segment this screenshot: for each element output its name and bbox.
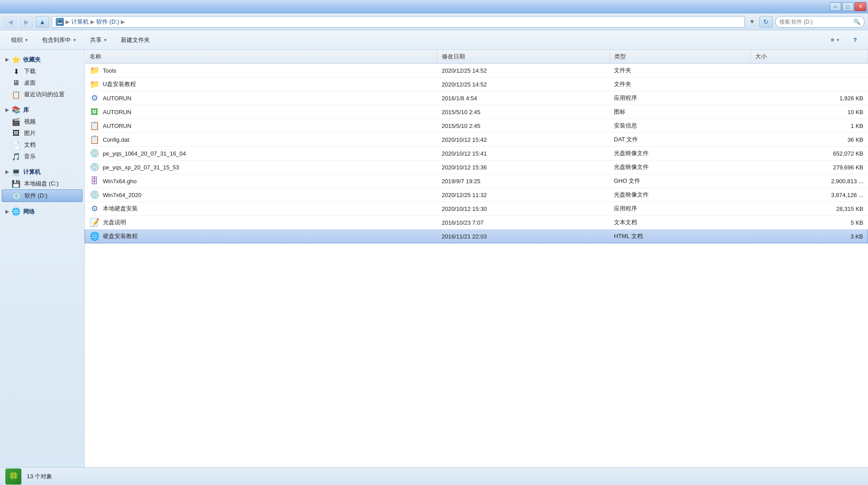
file-icon: 🗄 bbox=[90, 176, 99, 186]
maximize-button[interactable]: □ bbox=[842, 2, 854, 11]
toolbar: 组织 ▼ 包含到库中 ▼ 共享 ▼ 新建文件夹 ≡ ▼ ? bbox=[0, 30, 868, 50]
path-drive[interactable]: 软件 (D:) bbox=[96, 18, 119, 26]
sidebar-section-header-library[interactable]: ▶ 📚 库 bbox=[2, 104, 82, 116]
file-type: HTML 文档 bbox=[609, 230, 750, 243]
table-row[interactable]: 📋 Config.dat 2020/10/12 15:42 DAT 文件 36 … bbox=[85, 133, 868, 147]
computer-expand-icon: ▶ bbox=[5, 169, 9, 174]
file-icon: ⚙ bbox=[90, 93, 99, 103]
file-icon: 🖼 bbox=[90, 107, 99, 117]
main-layout: ▶ ⭐ 收藏夹 ⬇ 下载 🖥 桌面 📋 最近访问的位置 ▶ 📚 库 bbox=[0, 50, 868, 467]
file-type: 安装信息 bbox=[609, 119, 750, 133]
table-row[interactable]: 🖼 AUTORUN 2015/5/10 2:45 图标 10 KB bbox=[85, 105, 868, 119]
sidebar-section-header-network[interactable]: ▶ 🌐 网络 bbox=[2, 206, 82, 218]
file-type: 光盘映像文件 bbox=[609, 188, 750, 202]
file-type: GHO 文件 bbox=[609, 174, 750, 188]
col-type[interactable]: 类型 bbox=[609, 50, 750, 64]
status-bar: 🍀 13 个对象 bbox=[0, 467, 868, 485]
sidebar-item-drive-c[interactable]: 💾 本地磁盘 (C:) bbox=[2, 178, 82, 189]
share-label: 共享 bbox=[90, 36, 102, 44]
sidebar-item-desktop[interactable]: 🖥 桌面 bbox=[2, 77, 82, 89]
sidebar-item-recent[interactable]: 📋 最近访问的位置 bbox=[2, 89, 82, 100]
status-object-count: 13 个对象 bbox=[27, 473, 52, 481]
back-button[interactable]: ◀ bbox=[4, 16, 17, 28]
table-row[interactable]: 💿 pe_yqs_1064_20_07_31_16_04 2020/10/12 … bbox=[85, 147, 868, 160]
file-size: 36 KB bbox=[750, 133, 868, 147]
sidebar-item-document[interactable]: 📄 文档 bbox=[2, 139, 82, 151]
view-button[interactable]: ≡ ▼ bbox=[825, 33, 846, 48]
file-name: 光盘说明 bbox=[103, 218, 126, 226]
file-name: Config.dat bbox=[103, 136, 129, 143]
table-row[interactable]: 🌐 硬盘安装教程 2016/11/21 22:03 HTML 文档 3 KB bbox=[85, 230, 868, 243]
document-icon: 📄 bbox=[12, 140, 21, 149]
file-size bbox=[750, 64, 868, 78]
new-folder-label: 新建文件夹 bbox=[121, 36, 150, 44]
drive-d-label: 软件 (D:) bbox=[25, 192, 47, 200]
search-input[interactable] bbox=[779, 19, 853, 25]
file-modified: 2020/10/12 15:41 bbox=[437, 147, 609, 160]
table-row[interactable]: 📁 U盘安装教程 2020/12/25 14:52 文件夹 bbox=[85, 78, 868, 91]
table-row[interactable]: 🗄 Win7x64.gho 2019/9/7 19:25 GHO 文件 2,90… bbox=[85, 174, 868, 188]
help-button[interactable]: ? bbox=[847, 33, 863, 48]
organize-button[interactable]: 组织 ▼ bbox=[5, 33, 34, 48]
computer-icon: 💻 bbox=[12, 168, 21, 176]
library-expand-icon: ▶ bbox=[5, 107, 9, 112]
file-modified: 2020/12/25 11:32 bbox=[437, 188, 609, 202]
file-name: AUTORUN bbox=[103, 109, 132, 115]
file-icon: 🌐 bbox=[90, 231, 99, 241]
search-box[interactable]: 🔍 bbox=[775, 16, 864, 28]
sidebar-item-picture[interactable]: 🖼 图片 bbox=[2, 127, 82, 139]
table-row[interactable]: 💿 Win7x64_2020 2020/12/25 11:32 光盘映像文件 3… bbox=[85, 188, 868, 202]
sidebar-item-drive-d[interactable]: 💿 软件 (D:) bbox=[2, 189, 82, 202]
path-sep-3: ▶ bbox=[121, 19, 125, 25]
address-path[interactable]: 💻 ▶ 计算机 ▶ 软件 (D:) ▶ bbox=[52, 16, 745, 28]
up-button[interactable]: ▲ bbox=[36, 16, 49, 28]
network-expand-icon: ▶ bbox=[5, 209, 9, 214]
file-name-cell: ⚙ AUTORUN bbox=[85, 91, 437, 105]
table-row[interactable]: ⚙ AUTORUN 2016/1/8 4:54 应用程序 1,926 KB bbox=[85, 91, 868, 105]
sidebar-item-music[interactable]: 🎵 音乐 bbox=[2, 151, 82, 162]
share-button[interactable]: 共享 ▼ bbox=[84, 33, 113, 48]
file-type: 图标 bbox=[609, 105, 750, 119]
table-row[interactable]: 📁 Tools 2020/12/25 14:52 文件夹 bbox=[85, 64, 868, 78]
file-icon: 📁 bbox=[90, 79, 99, 89]
file-icon: ⚙ bbox=[90, 204, 99, 214]
drive-c-icon: 💾 bbox=[12, 179, 21, 188]
table-row[interactable]: 📋 AUTORUN 2015/5/10 2:45 安装信息 1 KB bbox=[85, 119, 868, 133]
title-bar: ─ □ ✕ bbox=[0, 0, 868, 13]
file-size: 3 KB bbox=[750, 230, 868, 243]
table-row[interactable]: ⚙ 本地硬盘安装 2020/10/12 15:30 应用程序 28,315 KB bbox=[85, 202, 868, 216]
help-icon: ? bbox=[853, 37, 857, 43]
file-name-cell: 📁 U盘安装教程 bbox=[85, 78, 437, 91]
sidebar-item-downloads[interactable]: ⬇ 下载 bbox=[2, 66, 82, 77]
minimize-button[interactable]: ─ bbox=[830, 2, 841, 11]
path-dropdown-button[interactable]: ▼ bbox=[748, 17, 757, 26]
sidebar-section-header-favorites[interactable]: ▶ ⭐ 收藏夹 bbox=[2, 53, 82, 66]
file-name-cell: ⚙ 本地硬盘安装 bbox=[85, 202, 437, 216]
sidebar-item-video[interactable]: 🎬 视频 bbox=[2, 116, 82, 127]
file-name: Tools bbox=[103, 67, 116, 74]
include-library-label: 包含到库中 bbox=[42, 36, 71, 44]
table-row[interactable]: 📝 光盘说明 2016/10/23 7:07 文本文档 5 KB bbox=[85, 216, 868, 230]
title-bar-controls: ─ □ ✕ bbox=[830, 2, 866, 11]
col-size[interactable]: 大小 bbox=[750, 50, 868, 64]
table-row[interactable]: 💿 pe_yqs_xp_20_07_31_15_53 2020/10/12 15… bbox=[85, 160, 868, 174]
include-library-button[interactable]: 包含到库中 ▼ bbox=[36, 33, 82, 48]
file-name-cell: 💿 pe_yqs_1064_20_07_31_16_04 bbox=[85, 147, 437, 160]
file-icon: 💿 bbox=[90, 148, 99, 158]
view-chevron-icon: ▼ bbox=[836, 38, 840, 42]
path-computer[interactable]: 计算机 bbox=[71, 18, 89, 26]
sidebar-section-header-computer[interactable]: ▶ 💻 计算机 bbox=[2, 166, 82, 178]
col-name[interactable]: 名称 bbox=[85, 50, 437, 64]
forward-button[interactable]: ▶ bbox=[20, 16, 33, 28]
col-modified[interactable]: 修改日期 bbox=[437, 50, 609, 64]
file-size: 10 KB bbox=[750, 105, 868, 119]
file-modified: 2020/12/25 14:52 bbox=[437, 78, 609, 91]
sidebar-section-favorites: ▶ ⭐ 收藏夹 ⬇ 下载 🖥 桌面 📋 最近访问的位置 bbox=[2, 53, 82, 100]
close-button[interactable]: ✕ bbox=[855, 2, 866, 11]
recent-icon: 📋 bbox=[12, 90, 21, 99]
refresh-button[interactable]: ↻ bbox=[759, 16, 773, 28]
desktop-label: 桌面 bbox=[24, 79, 36, 87]
document-label: 文档 bbox=[24, 141, 36, 149]
new-folder-button[interactable]: 新建文件夹 bbox=[115, 33, 156, 48]
share-chevron-icon: ▼ bbox=[103, 38, 107, 42]
